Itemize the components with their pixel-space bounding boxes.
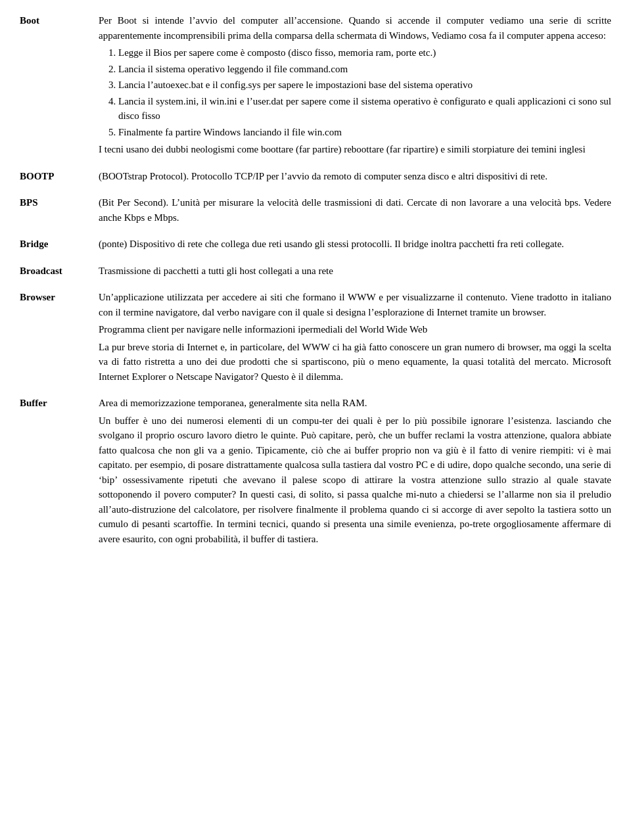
def-bridge: (ponte) Dispositivo di rete che collega … xyxy=(99,237,611,254)
bps-def: (Bit Per Second). L’unità per misurare l… xyxy=(99,195,611,225)
term-broadcast: Broadcast xyxy=(20,264,99,279)
broadcast-def: Trasmissione di pacchetti a tutti gli ho… xyxy=(99,264,611,279)
def-boot: Per Boot si intende l’avvio del computer… xyxy=(99,13,611,160)
term-browser: Browser xyxy=(20,290,99,305)
boot-intro: Per Boot si intende l’avvio del computer… xyxy=(99,13,611,43)
entry-bps: BPS (Bit Per Second). L’unità per misura… xyxy=(20,195,611,227)
browser-def3: La pur breve storia di Internet e, in pa… xyxy=(99,340,611,385)
boot-list-item: Lancia l’autoexec.bat e il config.sys pe… xyxy=(118,78,611,93)
def-bootp: (BOOTstrap Protocol). Protocollo TCP/IP … xyxy=(99,169,611,187)
entry-browser: Browser Un’applicazione utilizzata per a… xyxy=(20,290,611,386)
boot-list-item: Lancia il system.ini, il win.ini e l’use… xyxy=(118,94,611,124)
boot-outro: I tecni usano dei dubbi neologismi come … xyxy=(99,142,611,157)
def-bps: (Bit Per Second). L’unità per misurare l… xyxy=(99,195,611,227)
buffer-def2: Un buffer è uno dei numerosi elementi di… xyxy=(99,413,611,547)
term-bootp: BOOTP xyxy=(20,169,99,184)
entry-broadcast: Broadcast Trasmissione di pacchetti a tu… xyxy=(20,264,611,281)
boot-list-item: Finalmente fa partire Windows lanciando … xyxy=(118,125,611,140)
page-content: Boot Per Boot si intende l’avvio del com… xyxy=(20,13,611,549)
browser-def2: Programma client per navigare nelle info… xyxy=(99,322,611,337)
term-bps: BPS xyxy=(20,195,99,210)
buffer-def1: Area di memorizzazione temporanea, gener… xyxy=(99,396,611,411)
boot-list-item: Lancia il sistema operativo leggendo il … xyxy=(118,62,611,77)
entry-boot: Boot Per Boot si intende l’avvio del com… xyxy=(20,13,611,160)
boot-list-item: Legge il Bios per sapere come è composto… xyxy=(118,45,611,60)
term-boot: Boot xyxy=(20,13,99,28)
bridge-def: (ponte) Dispositivo di rete che collega … xyxy=(99,237,611,252)
entry-bridge: Bridge (ponte) Dispositivo di rete che c… xyxy=(20,237,611,254)
entry-buffer: Buffer Area di memorizzazione temporanea… xyxy=(20,396,611,549)
browser-def1: Un’applicazione utilizzata per accedere … xyxy=(99,290,611,319)
entry-bootp: BOOTP (BOOTstrap Protocol). Protocollo T… xyxy=(20,169,611,187)
boot-list: Legge il Bios per sapere come è composto… xyxy=(118,45,611,139)
def-broadcast: Trasmissione di pacchetti a tutti gli ho… xyxy=(99,264,611,281)
term-buffer: Buffer xyxy=(20,396,99,411)
def-buffer: Area di memorizzazione temporanea, gener… xyxy=(99,396,611,549)
term-bridge: Bridge xyxy=(20,237,99,252)
bootp-def: (BOOTstrap Protocol). Protocollo TCP/IP … xyxy=(99,169,611,184)
def-browser: Un’applicazione utilizzata per accedere … xyxy=(99,290,611,386)
